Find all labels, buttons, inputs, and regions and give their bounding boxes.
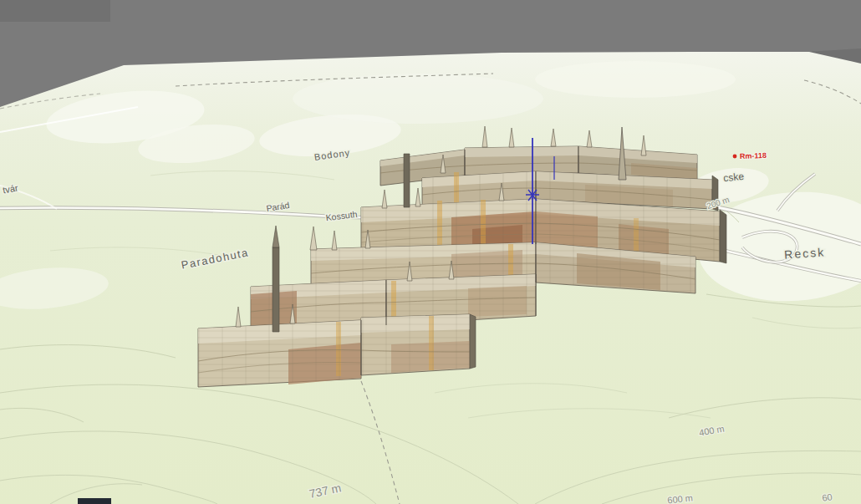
panel-grid — [198, 320, 361, 387]
marker-dot[interactable] — [733, 155, 737, 159]
label-recsk: Recsk — [784, 245, 826, 261]
panel-ore-band — [454, 172, 459, 206]
label-cske-partial: cske — [723, 171, 745, 185]
settlement-patch — [293, 74, 543, 124]
panel-grid — [361, 314, 470, 375]
edge-panel — [720, 210, 726, 263]
edge-panel — [470, 314, 476, 369]
marker-label: Rm-118 — [740, 151, 767, 160]
edge-panel — [273, 247, 279, 332]
panel-top-band — [465, 146, 578, 157]
scene-svg[interactable]: Bodony Parád Kossuth Paradohuta Recsk cs… — [0, 0, 861, 504]
edge-panel — [404, 154, 410, 207]
cross-section-panel-f1[interactable] — [198, 320, 361, 387]
sky-dark-corner — [0, 0, 110, 22]
settlement-patch — [535, 61, 736, 98]
cross-section-panel-a2[interactable] — [465, 146, 578, 176]
map-dark-feature — [78, 498, 111, 504]
label-elevation-60-partial: 60 — [822, 491, 833, 503]
label-elevation-600m: 600 m — [667, 492, 694, 504]
cross-section-panel-f2[interactable] — [361, 314, 470, 375]
3d-viewport[interactable]: Bodony Parád Kossuth Paradohuta Recsk cs… — [0, 0, 861, 504]
